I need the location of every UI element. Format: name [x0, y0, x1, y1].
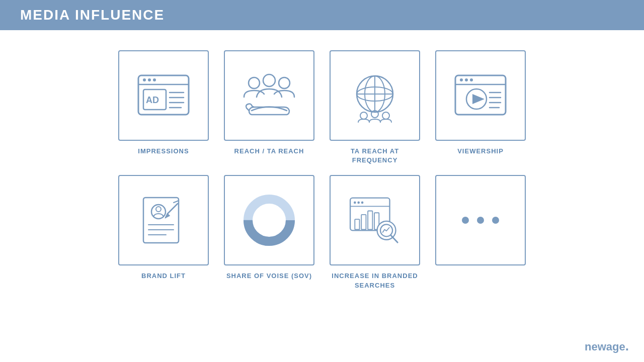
svg-point-4 [153, 78, 156, 81]
svg-point-2 [143, 78, 146, 81]
viewership-icon [450, 65, 511, 126]
logo-dot: . [625, 338, 629, 353]
header: MEDIA INFLUENCE [0, 0, 644, 30]
grid-row-2: BRAND LIFT SHARE OF VOISE (SOV) [118, 175, 526, 290]
svg-point-21 [382, 112, 389, 119]
svg-line-36 [168, 204, 178, 214]
svg-point-60 [492, 217, 499, 224]
ta-reach-icon [345, 65, 405, 126]
card-reach-label: REACH / TA REACH [234, 147, 304, 156]
svg-point-3 [148, 78, 151, 81]
card-more [435, 175, 526, 290]
svg-point-13 [279, 77, 290, 88]
svg-text:AD: AD [146, 95, 159, 105]
svg-point-48 [357, 202, 360, 204]
main-content: AD IMPRESSIONS [0, 30, 644, 300]
svg-point-45 [255, 206, 283, 234]
svg-point-24 [460, 78, 463, 81]
logo-text: newage. [585, 340, 629, 353]
card-more-box [435, 175, 526, 265]
card-ta-reach: TA REACH AT FREQUENCY [330, 50, 420, 165]
card-branded-searches-box [330, 175, 420, 265]
svg-point-19 [360, 112, 367, 119]
card-branded-searches: INCREASE IN BRANDED SEARCHES [330, 175, 420, 290]
svg-point-58 [462, 217, 469, 224]
card-sov: SHARE OF VOISE (SOV) [224, 175, 314, 290]
card-sov-box [224, 175, 314, 265]
svg-marker-38 [166, 214, 170, 218]
card-impressions-box: AD [118, 50, 209, 141]
card-viewership-label: VIEWERSHIP [457, 147, 504, 156]
sov-icon [239, 190, 299, 250]
brand-lift-icon [133, 190, 194, 250]
svg-point-12 [263, 74, 275, 86]
card-impressions: AD IMPRESSIONS [118, 50, 209, 165]
card-ta-reach-label: TA REACH AT FREQUENCY [330, 147, 420, 165]
svg-rect-53 [368, 211, 372, 230]
card-branded-searches-label: INCREASE IN BRANDED SEARCHES [330, 272, 420, 290]
svg-point-25 [465, 78, 468, 81]
card-brand-lift-box [118, 175, 209, 265]
card-brand-lift: BRAND LIFT [118, 175, 209, 290]
page-title: MEDIA INFLUENCE [20, 7, 165, 23]
svg-rect-33 [143, 198, 179, 243]
logo: newage. [585, 338, 629, 354]
svg-point-47 [354, 202, 356, 204]
svg-rect-51 [355, 220, 359, 230]
more-icon [450, 190, 511, 250]
card-viewership: VIEWERSHIP [435, 50, 526, 165]
svg-line-39 [174, 201, 179, 203]
svg-point-49 [361, 202, 364, 204]
svg-line-57 [391, 236, 397, 243]
svg-rect-52 [361, 215, 366, 230]
logo-brand-name: newage [585, 340, 625, 353]
card-reach-box [224, 50, 314, 141]
grid-row-1: AD IMPRESSIONS [118, 50, 526, 165]
svg-point-11 [249, 77, 260, 88]
svg-point-59 [477, 217, 484, 224]
card-sov-label: SHARE OF VOISE (SOV) [226, 272, 312, 281]
svg-point-26 [470, 78, 473, 81]
card-brand-lift-label: BRAND LIFT [141, 272, 186, 281]
card-viewership-box [435, 50, 526, 141]
branded-searches-icon [345, 190, 405, 250]
impressions-icon: AD [133, 65, 194, 126]
card-ta-reach-box [330, 50, 420, 141]
card-impressions-label: IMPRESSIONS [138, 147, 189, 156]
svg-point-35 [156, 207, 161, 212]
reach-icon [239, 65, 299, 126]
svg-marker-28 [472, 94, 485, 104]
card-reach: REACH / TA REACH [224, 50, 314, 165]
